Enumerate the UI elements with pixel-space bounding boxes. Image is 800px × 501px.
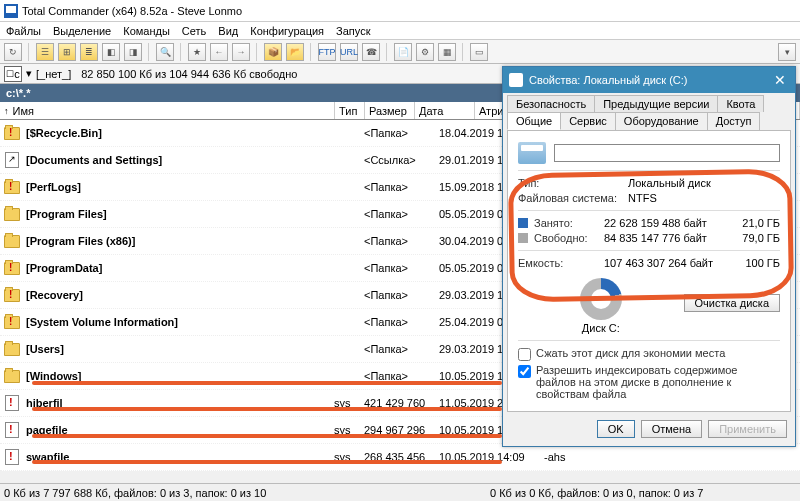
menu-net[interactable]: Сеть	[182, 25, 206, 37]
tool-btn[interactable]: ←	[210, 43, 228, 61]
file-name: [Program Files (x86)]	[24, 235, 334, 247]
type-value: Локальный диск	[628, 177, 780, 189]
system-folder-icon	[4, 127, 20, 140]
status-bar: 0 Кб из 7 797 688 Кб, файлов: 0 из 3, па…	[0, 483, 800, 501]
refresh-icon[interactable]: ↻	[4, 43, 22, 61]
tool-btn[interactable]: ▭	[470, 43, 488, 61]
file-size: <Папка>	[364, 181, 439, 193]
menu-files[interactable]: Файлы	[6, 25, 41, 37]
tab-hardware[interactable]: Оборудование	[615, 112, 708, 130]
window-title: Total Commander (x64) 8.52a - Steve Lonm…	[22, 5, 242, 17]
tool-btn[interactable]: ⊞	[58, 43, 76, 61]
compress-checkbox[interactable]: Сжать этот диск для экономии места	[518, 347, 780, 361]
system-folder-icon	[4, 181, 20, 194]
used-color-icon	[518, 218, 528, 228]
file-name: [Users]	[24, 343, 334, 355]
capacity-bytes: 107 463 307 264 байт	[604, 257, 728, 269]
system-folder-icon	[4, 289, 20, 302]
file-attr: -ahs	[544, 451, 574, 463]
drive-c-button[interactable]: ☐c	[4, 66, 22, 82]
ftp-icon[interactable]: FTP	[318, 43, 336, 61]
fs-value: NTFS	[628, 192, 780, 204]
status-right: 0 Кб из 0 Кб, файлов: 0 из 0, папок: 0 и…	[490, 487, 703, 499]
tool-btn[interactable]: ≣	[80, 43, 98, 61]
file-name: [Program Files]	[24, 208, 334, 220]
menu-bar: Файлы Выделение Команды Сеть Вид Конфигу…	[0, 22, 800, 40]
chevron-down-icon[interactable]: ▾	[778, 43, 796, 61]
menu-config[interactable]: Конфигурация	[250, 25, 324, 37]
capacity-label: Емкость:	[518, 257, 604, 269]
cancel-button[interactable]: Отмена	[641, 420, 702, 438]
url-icon[interactable]: URL	[340, 43, 358, 61]
tool-btn[interactable]: ◨	[124, 43, 142, 61]
file-size: <Папка>	[364, 208, 439, 220]
fs-label: Файловая система:	[518, 192, 628, 204]
tool-btn[interactable]: 📄	[394, 43, 412, 61]
col-date[interactable]: Дата	[415, 102, 475, 119]
col-name[interactable]: ↑Имя	[0, 102, 335, 119]
disk-cleanup-button[interactable]: Очистка диска	[684, 294, 780, 312]
tab-tools[interactable]: Сервис	[560, 112, 616, 130]
tab-general[interactable]: Общие	[507, 112, 561, 130]
file-size: <Папка>	[364, 343, 439, 355]
menu-view[interactable]: Вид	[218, 25, 238, 37]
tab-sharing[interactable]: Доступ	[707, 112, 761, 130]
tool-btn[interactable]: ▦	[438, 43, 456, 61]
dialog-titlebar[interactable]: Свойства: Локальный диск (C:) ✕	[503, 67, 795, 93]
file-ext: sys	[334, 424, 364, 436]
menu-run[interactable]: Запуск	[336, 25, 370, 37]
free-bytes: 84 835 147 776 байт	[604, 232, 728, 244]
tab-quota[interactable]: Квота	[717, 95, 764, 112]
tool-btn[interactable]: 📂	[286, 43, 304, 61]
system-folder-icon	[4, 262, 20, 275]
menu-commands[interactable]: Команды	[123, 25, 170, 37]
drive-label-input[interactable]	[554, 144, 780, 162]
sort-arrow-icon: ↑	[4, 106, 9, 116]
folder-icon	[4, 235, 20, 248]
ok-button[interactable]: OK	[597, 420, 635, 438]
file-ext: sys	[334, 451, 364, 463]
chevron-down-icon[interactable]: ▾	[26, 67, 32, 80]
file-size: 294 967 296	[364, 424, 439, 436]
index-checkbox[interactable]: Разрешить индексировать содержимое файло…	[518, 364, 780, 400]
drive-space-info: 82 850 100 Кб из 104 944 636 Кб свободно	[81, 68, 297, 80]
file-size: <Папка>	[364, 262, 439, 274]
free-label: Свободно:	[534, 232, 604, 244]
file-name: hiberfil	[24, 397, 334, 409]
file-size: <Папка>	[364, 127, 439, 139]
apply-button[interactable]: Применить	[708, 420, 787, 438]
tool-btn[interactable]: ★	[188, 43, 206, 61]
file-name: [ProgramData]	[24, 262, 334, 274]
file-name: [System Volume Information]	[24, 316, 334, 328]
window-titlebar: Total Commander (x64) 8.52a - Steve Lonm…	[0, 0, 800, 22]
file-size: 268 435 456	[364, 451, 439, 463]
current-path: c:\*.*	[6, 87, 30, 99]
tool-btn[interactable]: ⚙	[416, 43, 434, 61]
col-size[interactable]: Размер	[365, 102, 415, 119]
tool-btn[interactable]: 🔍	[156, 43, 174, 61]
tab-previous-versions[interactable]: Предыдущие версии	[594, 95, 718, 112]
folder-icon	[4, 343, 20, 356]
menu-selection[interactable]: Выделение	[53, 25, 111, 37]
col-ext[interactable]: Тип	[335, 102, 365, 119]
tool-btn[interactable]: ◧	[102, 43, 120, 61]
folder-icon	[4, 208, 20, 221]
file-size: <Ссылка>	[364, 154, 439, 166]
file-icon	[5, 449, 19, 465]
link-icon	[5, 152, 19, 168]
type-label: Тип:	[518, 177, 628, 189]
file-name: [Documents and Settings]	[24, 154, 334, 166]
file-name: swapfile	[24, 451, 334, 463]
file-size: <Папка>	[364, 370, 439, 382]
tool-btn[interactable]: →	[232, 43, 250, 61]
tab-security[interactable]: Безопасность	[507, 95, 595, 112]
tool-btn[interactable]: ☎	[362, 43, 380, 61]
tool-btn[interactable]: 📦	[264, 43, 282, 61]
file-date: 10.05.2019 14:09	[439, 451, 544, 463]
used-gb: 21,0 ГБ	[728, 217, 780, 229]
file-row[interactable]: swapfilesys268 435 45610.05.2019 14:09-a…	[0, 444, 800, 471]
close-icon[interactable]: ✕	[765, 67, 795, 93]
drive-icon	[518, 142, 546, 164]
tool-btn[interactable]: ☰	[36, 43, 54, 61]
file-name: [Windows]	[24, 370, 334, 382]
